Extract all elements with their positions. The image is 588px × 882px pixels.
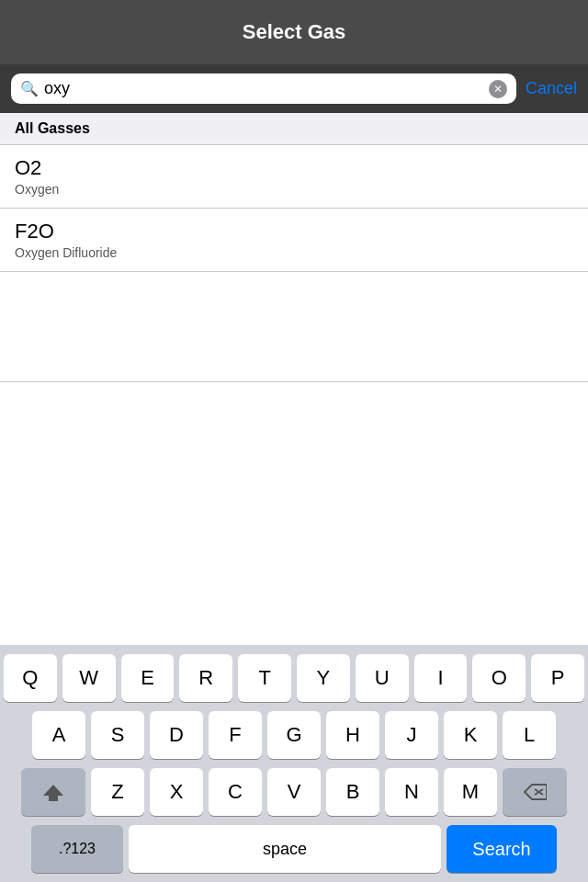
gas-name: Oxygen Difluoride <box>15 245 573 260</box>
key-h[interactable]: H <box>326 711 379 759</box>
key-z[interactable]: Z <box>91 768 144 816</box>
empty-area <box>0 272 588 382</box>
cancel-button[interactable]: Cancel <box>526 79 577 98</box>
key-i[interactable]: I <box>414 654 468 702</box>
key-n[interactable]: N <box>385 768 438 816</box>
key-s[interactable]: S <box>91 711 144 759</box>
search-input[interactable] <box>44 79 483 98</box>
backspace-key[interactable] <box>503 768 567 816</box>
keyboard-row-3: Z X C V B N M <box>4 768 584 816</box>
gas-formula: O2 <box>15 156 573 180</box>
keyboard-row-2: A S D F G H J K L <box>4 711 584 759</box>
search-key[interactable]: Search <box>447 825 557 873</box>
list-item[interactable]: F2O Oxygen Difluoride <box>0 209 588 272</box>
shift-key[interactable] <box>21 768 85 816</box>
key-j[interactable]: J <box>385 711 438 759</box>
keyboard-bottom-row: .?123 space Search <box>4 825 584 873</box>
header: Select Gas <box>0 0 588 64</box>
search-bar: 🔍 ✕ Cancel <box>0 64 588 113</box>
key-v[interactable]: V <box>267 768 321 816</box>
key-t[interactable]: T <box>238 654 291 702</box>
key-w[interactable]: W <box>62 654 116 702</box>
keyboard: Q W E R T Y U I O P A S D F G H J K L Z … <box>0 645 588 882</box>
key-r[interactable]: R <box>179 654 232 702</box>
key-p[interactable]: P <box>531 654 584 702</box>
key-g[interactable]: G <box>267 711 321 759</box>
page-title: Select Gas <box>243 20 346 44</box>
key-o[interactable]: O <box>472 654 526 702</box>
list-item[interactable]: O2 Oxygen <box>0 145 588 209</box>
key-e[interactable]: E <box>121 654 175 702</box>
key-l[interactable]: L <box>503 711 556 759</box>
key-x[interactable]: X <box>150 768 203 816</box>
key-y[interactable]: Y <box>297 654 350 702</box>
svg-marker-0 <box>43 785 63 801</box>
clear-button[interactable]: ✕ <box>489 80 507 98</box>
section-header: All Gasses <box>0 113 588 145</box>
search-icon: 🔍 <box>20 80 39 97</box>
key-u[interactable]: U <box>356 654 409 702</box>
key-q[interactable]: Q <box>4 654 57 702</box>
key-c[interactable]: C <box>209 768 262 816</box>
keyboard-row-1: Q W E R T Y U I O P <box>4 654 584 702</box>
numbers-key[interactable]: .?123 <box>31 825 123 873</box>
key-k[interactable]: K <box>444 711 497 759</box>
space-key[interactable]: space <box>129 825 441 873</box>
key-a[interactable]: A <box>32 711 85 759</box>
key-b[interactable]: B <box>326 768 379 816</box>
key-m[interactable]: M <box>444 768 497 816</box>
search-input-wrap: 🔍 ✕ <box>11 74 516 104</box>
gas-name: Oxygen <box>15 182 573 197</box>
key-d[interactable]: D <box>150 711 203 759</box>
gas-formula: F2O <box>15 220 573 243</box>
key-f[interactable]: F <box>209 711 262 759</box>
